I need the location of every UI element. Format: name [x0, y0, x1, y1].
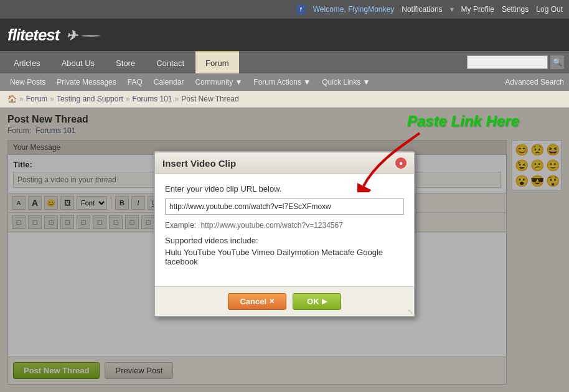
facebook-button[interactable]: f	[296, 4, 306, 14]
search-input[interactable]	[467, 55, 548, 69]
modal-close-button[interactable]: ●	[395, 157, 407, 169]
logo-plane-icon: ✈︎	[66, 28, 77, 44]
subnav-calendar[interactable]: Calendar	[149, 73, 189, 91]
welcome-text: Welcome, FlyingMonkey	[313, 5, 395, 14]
nav-search-area: 🔍	[467, 51, 569, 73]
annotation-container: Paste Link Here	[407, 113, 519, 130]
annotation-text: Paste Link Here	[407, 113, 519, 130]
subnav-community[interactable]: Community ▼	[190, 73, 247, 91]
advanced-search-link[interactable]: Advanced Search	[505, 78, 564, 86]
breadcrumb: 🏠 » Forum » Testing and Support » Forums…	[0, 91, 569, 108]
insert-video-modal: Insert Video Clip ● Enter your video cli…	[154, 151, 415, 317]
modal-overlay: Paste Link Here Insert Video Clip ● Ente…	[0, 108, 569, 392]
modal-body: Enter your video clip URL below. Example…	[155, 174, 414, 286]
page-wrapper: 🏠 » Forum » Testing and Support » Forums…	[0, 91, 569, 392]
subnav-private-messages[interactable]: Private Messages	[52, 73, 121, 91]
main-nav: Articles About Us Store Contact Forum 🔍	[0, 51, 569, 73]
modal-instruction: Enter your video clip URL below.	[165, 184, 404, 194]
nav-forum[interactable]: Forum	[195, 51, 239, 73]
modal-cancel-button[interactable]: Cancel ✕	[228, 293, 286, 310]
breadcrumb-forum[interactable]: Forum	[26, 95, 48, 103]
modal-supported-list: Hulu YouTube YouTube Vimeo Dailymotion M…	[165, 248, 404, 266]
log-out-link[interactable]: Log Out	[536, 5, 563, 14]
breadcrumb-forums101[interactable]: Forums 101	[132, 95, 172, 103]
search-button[interactable]: 🔍	[550, 55, 564, 69]
home-icon[interactable]: 🏠	[7, 95, 17, 103]
nav-articles[interactable]: Articles	[4, 51, 50, 73]
username: FlyingMonkey	[348, 5, 394, 14]
subnav-faq[interactable]: FAQ	[123, 73, 148, 91]
breadcrumb-current: Post New Thread	[181, 95, 239, 103]
modal-title: Insert Video Clip	[162, 158, 236, 169]
site-header: flitetest ✈︎	[0, 19, 569, 51]
modal-ok-button[interactable]: OK ▶	[293, 293, 341, 310]
top-bar: f Welcome, FlyingMonkey Notifications ▾ …	[0, 0, 569, 19]
breadcrumb-testing[interactable]: Testing and Support	[57, 95, 123, 103]
page-content: Post New Thread Forum: Forums 101 Your M…	[0, 108, 569, 392]
settings-link[interactable]: Settings	[502, 5, 529, 14]
modal-url-input[interactable]	[165, 198, 404, 215]
subnav-forum-actions[interactable]: Forum Actions ▼	[248, 73, 316, 91]
notifications-link[interactable]: Notifications	[402, 5, 442, 14]
modal-footer: Cancel ✕ OK ▶	[155, 286, 414, 316]
subnav-new-posts[interactable]: New Posts	[5, 73, 50, 91]
breadcrumb-sep: »	[19, 95, 24, 103]
logo-decoration	[82, 35, 100, 37]
nav-contact[interactable]: Contact	[146, 51, 194, 73]
modal-resize-handle[interactable]: ⤡	[408, 308, 413, 315]
nav-store[interactable]: Store	[106, 51, 145, 73]
my-profile-link[interactable]: My Profile	[461, 5, 494, 14]
subnav-quick-links[interactable]: Quick Links ▼	[317, 73, 375, 91]
modal-header: Insert Video Clip ●	[155, 152, 414, 174]
modal-example: Example: http://www.youtube.com/watch?v=…	[165, 221, 404, 230]
sub-nav: New Posts Private Messages FAQ Calendar …	[0, 73, 569, 91]
nav-about-us[interactable]: About Us	[52, 51, 105, 73]
modal-supported-label: Supported videos include:	[165, 236, 404, 245]
site-logo[interactable]: flitetest ✈︎	[7, 26, 100, 45]
